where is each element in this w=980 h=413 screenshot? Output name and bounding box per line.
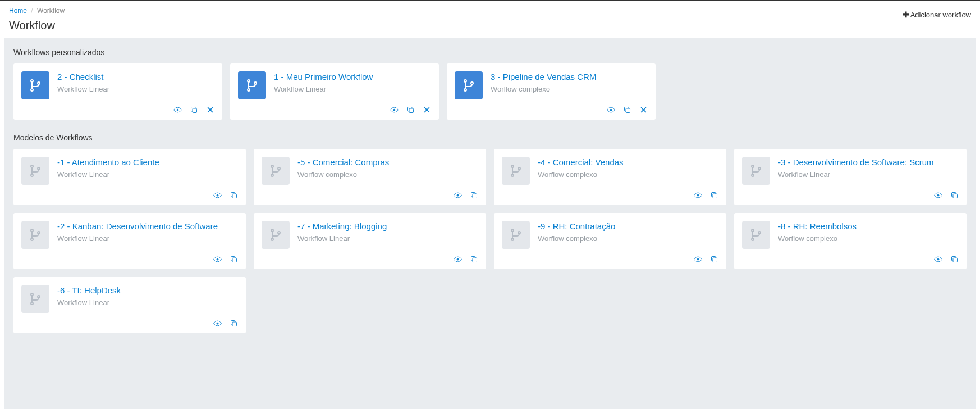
card-title-link[interactable]: -4 - Comercial: Vendas (538, 157, 718, 168)
content-area: Workflows personalizados 2 - ChecklistWo… (4, 38, 976, 409)
svg-point-29 (457, 194, 459, 197)
svg-rect-11 (409, 108, 414, 113)
svg-rect-65 (232, 322, 237, 326)
card-subtitle: Workflow Linear (57, 234, 238, 243)
custom-section-title: Workflows personalizados (13, 48, 967, 57)
svg-point-49 (457, 258, 459, 261)
workflow-card: -9 - RH: ContrataçãoWorflow complexo (494, 213, 726, 269)
workflow-card: -7 - Marketing: BloggingWorkflow Linear (254, 213, 486, 269)
view-icon[interactable] (454, 255, 462, 264)
card-title-link[interactable]: -9 - RH: Contratação (538, 221, 718, 232)
svg-point-3 (177, 109, 179, 111)
view-icon[interactable] (213, 319, 222, 328)
card-actions (742, 249, 959, 264)
branch-icon (742, 221, 770, 249)
card-top: -4 - Comercial: VendasWorflow complexo (502, 157, 718, 185)
view-icon[interactable] (390, 106, 399, 114)
view-icon[interactable] (934, 255, 942, 264)
template-workflows-row: -1 - Atendimento ao ClienteWorkflow Line… (13, 149, 967, 333)
view-icon[interactable] (694, 255, 702, 264)
svg-point-59 (937, 258, 940, 261)
copy-icon[interactable] (230, 191, 238, 199)
copy-icon[interactable] (710, 255, 718, 264)
card-title-link[interactable]: -1 - Atendimento ao Cliente (57, 157, 238, 168)
svg-rect-45 (232, 258, 237, 262)
card-actions (21, 249, 238, 264)
card-top: 2 - ChecklistWorkflow Linear (21, 71, 214, 99)
svg-point-24 (217, 194, 219, 197)
card-text: -3 - Desenvolvimento de Software: ScrumW… (778, 157, 959, 185)
card-text: 2 - ChecklistWorkflow Linear (57, 71, 214, 99)
delete-icon[interactable] (206, 106, 214, 114)
breadcrumb-home-link[interactable]: Home (9, 7, 27, 15)
view-icon[interactable] (607, 106, 615, 114)
plus-icon: ✚ (903, 10, 909, 19)
view-icon[interactable] (213, 255, 222, 264)
copy-icon[interactable] (470, 255, 478, 264)
copy-icon[interactable] (230, 255, 238, 264)
svg-rect-60 (953, 258, 958, 262)
svg-point-17 (610, 109, 612, 111)
workflow-card: 2 - ChecklistWorkflow Linear (13, 63, 222, 120)
card-text: -1 - Atendimento ao ClienteWorkflow Line… (57, 157, 238, 185)
workflow-card: -2 - Kanban: Desenvolvimento de Software… (13, 213, 246, 269)
card-top: -5 - Comercial: ComprasWorflow complexo (262, 157, 478, 185)
card-top: -1 - Atendimento ao ClienteWorkflow Line… (21, 157, 238, 185)
card-subtitle: Worflow complexo (491, 85, 648, 93)
card-actions (21, 314, 238, 328)
page-title: Workflow (9, 19, 971, 32)
copy-icon[interactable] (230, 319, 238, 328)
card-top: 3 - Pipeline de Vendas CRMWorflow comple… (455, 71, 648, 99)
copy-icon[interactable] (710, 191, 718, 199)
copy-icon[interactable] (190, 106, 198, 114)
delete-icon[interactable] (639, 106, 648, 114)
branch-icon (21, 157, 49, 185)
card-top: -8 - RH: ReembolsosWorflow complexo (742, 221, 959, 249)
card-actions (262, 185, 478, 199)
copy-icon[interactable] (623, 106, 631, 114)
card-title-link[interactable]: -6 - TI: HelpDesk (57, 285, 238, 296)
delete-icon[interactable] (423, 106, 431, 114)
view-icon[interactable] (213, 191, 222, 199)
templates-section-title: Modelos de Workflows (13, 133, 967, 142)
card-subtitle: Workflow Linear (57, 298, 238, 307)
card-subtitle: Worflow complexo (538, 170, 718, 179)
copy-icon[interactable] (950, 255, 959, 264)
branch-icon (262, 157, 290, 185)
copy-icon[interactable] (470, 191, 478, 199)
svg-point-34 (697, 194, 699, 197)
breadcrumb-separator: / (31, 7, 33, 15)
card-subtitle: Workflow Linear (274, 85, 431, 93)
card-actions (238, 100, 431, 114)
card-subtitle: Workflow Linear (778, 170, 959, 179)
card-text: -2 - Kanban: Desenvolvimento de Software… (57, 221, 238, 249)
card-text: 3 - Pipeline de Vendas CRMWorflow comple… (491, 71, 648, 99)
view-icon[interactable] (694, 191, 702, 199)
view-icon[interactable] (454, 191, 462, 199)
breadcrumb-current: Workflow (37, 7, 65, 15)
add-workflow-button[interactable]: ✚ Adicionar workflow (903, 10, 971, 19)
workflow-card: -6 - TI: HelpDeskWorkflow Linear (13, 277, 246, 333)
svg-rect-35 (713, 194, 717, 198)
card-title-link[interactable]: 2 - Checklist (57, 71, 214, 83)
card-title-link[interactable]: 3 - Pipeline de Vendas CRM (491, 71, 648, 83)
card-title-link[interactable]: -5 - Comercial: Compras (297, 157, 478, 168)
view-icon[interactable] (934, 191, 942, 199)
workflow-card: -3 - Desenvolvimento de Software: ScrumW… (734, 149, 967, 205)
card-title-link[interactable]: -8 - RH: Reembolsos (778, 221, 959, 232)
card-text: 1 - Meu Primeiro WorkflowWorkflow Linear (274, 71, 431, 99)
card-text: -9 - RH: ContrataçãoWorflow complexo (538, 221, 718, 249)
copy-icon[interactable] (406, 106, 415, 114)
card-top: -6 - TI: HelpDeskWorkflow Linear (21, 285, 238, 313)
card-title-link[interactable]: -7 - Marketing: Blogging (297, 221, 478, 232)
branch-icon (21, 221, 49, 249)
copy-icon[interactable] (950, 191, 959, 199)
card-subtitle: Worflow complexo (538, 234, 718, 243)
card-text: -8 - RH: ReembolsosWorflow complexo (778, 221, 959, 249)
view-icon[interactable] (173, 106, 182, 114)
svg-point-44 (217, 258, 219, 261)
card-title-link[interactable]: -3 - Desenvolvimento de Software: Scrum (778, 157, 959, 168)
card-title-link[interactable]: 1 - Meu Primeiro Workflow (274, 71, 431, 83)
workflow-card: -1 - Atendimento ao ClienteWorkflow Line… (13, 149, 246, 205)
card-title-link[interactable]: -2 - Kanban: Desenvolvimento de Software (57, 221, 238, 232)
